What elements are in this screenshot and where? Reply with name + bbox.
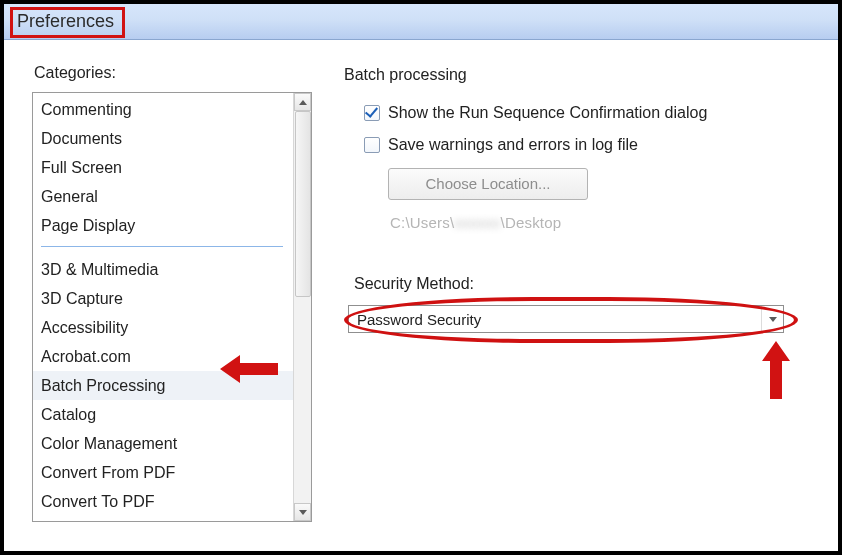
dropdown-button[interactable] [761, 306, 783, 332]
list-item[interactable]: Page Display [33, 211, 293, 240]
choose-location-button[interactable]: Choose Location... [388, 168, 588, 200]
settings-panel: Batch processing Show the Run Sequence C… [312, 58, 820, 551]
checkbox-icon[interactable] [364, 137, 380, 153]
categories-list[interactable]: Commenting Documents Full Screen General… [33, 93, 293, 521]
list-item[interactable]: 3D Capture [33, 284, 293, 313]
categories-column: Categories: Commenting Documents Full Sc… [32, 58, 312, 551]
chevron-down-icon [299, 510, 307, 515]
scroll-thumb[interactable] [295, 111, 311, 297]
list-item-batch-processing[interactable]: Batch Processing [33, 371, 293, 400]
security-method-row: Password Security [348, 305, 820, 333]
path-prefix: C:\Users\ [390, 214, 454, 231]
list-item[interactable]: Color Management [33, 429, 293, 458]
option-show-confirmation[interactable]: Show the Run Sequence Confirmation dialo… [364, 104, 820, 122]
log-path-text: C:\Users\xxxxxx\Desktop [390, 214, 820, 231]
option-label: Show the Run Sequence Confirmation dialo… [388, 104, 707, 122]
dropdown-value: Password Security [349, 311, 761, 328]
content-area: Categories: Commenting Documents Full Sc… [4, 40, 838, 551]
path-suffix: \Desktop [501, 214, 562, 231]
chevron-down-icon [769, 317, 777, 322]
list-item[interactable]: 3D & Multimedia [33, 255, 293, 284]
scroll-track[interactable] [294, 111, 311, 503]
annotation-arrow-up-icon [762, 341, 790, 399]
window-title: Preferences [10, 7, 125, 38]
list-item[interactable]: Documents [33, 124, 293, 153]
panel-title: Batch processing [344, 66, 820, 84]
title-bar: Preferences [4, 4, 838, 40]
list-item[interactable]: Accessibility [33, 313, 293, 342]
list-item[interactable]: Commenting [33, 95, 293, 124]
categories-listbox: Commenting Documents Full Screen General… [32, 92, 312, 522]
scroll-up-button[interactable] [294, 93, 311, 111]
option-save-log[interactable]: Save warnings and errors in log file [364, 136, 820, 154]
categories-heading: Categories: [34, 64, 312, 82]
list-item[interactable]: Catalog [33, 400, 293, 429]
list-item[interactable]: Convert From PDF [33, 458, 293, 487]
list-divider [41, 246, 283, 247]
list-item[interactable]: Acrobat.com [33, 342, 293, 371]
list-item[interactable]: Full Screen [33, 153, 293, 182]
option-label: Save warnings and errors in log file [388, 136, 638, 154]
checkbox-icon[interactable] [364, 105, 380, 121]
scroll-down-button[interactable] [294, 503, 311, 521]
list-item[interactable]: Convert To PDF [33, 487, 293, 516]
path-user-blurred: xxxxxx [454, 214, 500, 231]
chevron-up-icon [299, 100, 307, 105]
scrollbar[interactable] [293, 93, 311, 521]
security-method-label: Security Method: [354, 275, 820, 293]
list-item[interactable]: General [33, 182, 293, 211]
security-method-dropdown[interactable]: Password Security [348, 305, 784, 333]
